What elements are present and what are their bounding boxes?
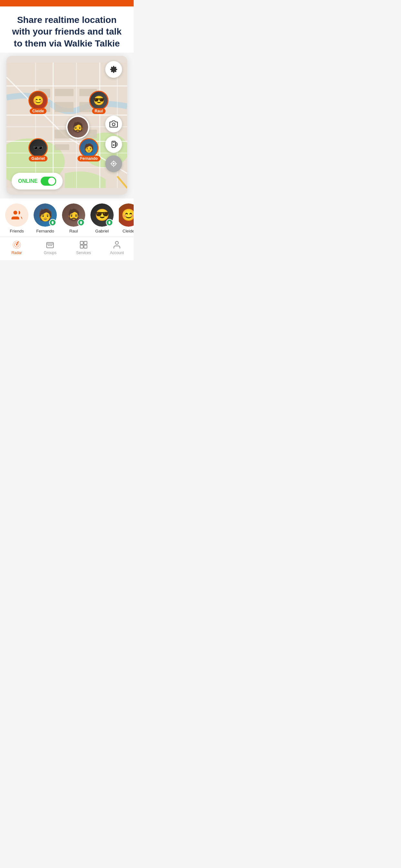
svg-rect-47 [84,245,87,248]
friends-icon-bg [5,204,28,227]
bottom-nav: Radar Groups Services [0,237,134,260]
groups-icon [45,240,55,249]
svg-point-48 [116,242,119,244]
svg-marker-34 [51,221,54,224]
nav-item-groups[interactable]: Groups [34,240,67,255]
walkie-talkie-button[interactable] [105,136,122,153]
friend-avatar-wrap-fernando: 🧑 [34,204,57,227]
camera-icon [110,120,118,128]
account-nav-label: Account [110,251,124,255]
radar-icon [12,240,21,249]
avatar-label-raul: Raul [92,108,105,114]
svg-marker-35 [80,221,83,224]
friends-scroll: Friends 🧑 Fernando 🧔 [0,204,134,234]
map-container: 😊 Cleide 😎 Raul 🧔 🕶️ Gabriel 🧑 Fernando [6,56,127,195]
friends-icon-wrap [5,204,28,227]
groups-nav-icon [45,240,55,249]
svg-point-33 [13,211,18,215]
services-nav-icon [79,240,88,249]
svg-point-30 [113,144,114,146]
friends-group-icon [11,209,23,221]
svg-rect-20 [55,102,73,113]
svg-point-43 [51,245,52,246]
svg-rect-45 [84,242,87,244]
svg-rect-24 [55,144,69,150]
location-arrow-icon-gabriel [107,221,112,224]
avatar-label-gabriel: Gabriel [29,156,47,161]
camera-button[interactable] [105,116,122,132]
friends-all-button[interactable]: Friends [5,204,28,234]
account-icon [112,240,121,249]
services-icon [79,240,88,249]
svg-point-27 [112,123,115,126]
online-badge: ONLINE [11,173,63,190]
location-arrow-icon-raul [79,221,83,224]
nav-item-services[interactable]: Services [67,240,100,255]
friend-avatar-cleide: 😊 [119,204,134,227]
friends-label: Friends [10,228,24,234]
friend-name-gabriel: Gabriel [95,228,109,234]
radar-nav-icon [12,240,21,249]
svg-rect-46 [80,245,83,248]
settings-button[interactable] [105,61,122,78]
friend-name-fernando: Fernando [36,228,54,234]
friend-name-raul: Raul [69,228,78,234]
hero-title: Share realtime location with your friend… [10,14,124,50]
map-avatar-center[interactable]: 🧔 [66,116,89,139]
svg-rect-17 [55,89,73,96]
svg-point-41 [48,245,50,246]
location-badge-raul [78,219,85,226]
avatar-label-cleide: Cleide [30,108,47,114]
friend-item-raul[interactable]: 🧔 Raul [62,204,85,234]
svg-rect-44 [80,242,83,244]
location-badge-gabriel [106,219,113,226]
account-nav-icon [112,240,121,249]
location-icon [110,160,117,167]
friend-avatar-wrap-gabriel: 😎 [90,204,114,227]
svg-point-31 [113,163,115,165]
avatar-label-fernando: Fernando [78,156,100,161]
friend-avatar-wrap-cleide: 😊 [119,204,134,227]
map-avatar-cleide[interactable]: 😊 Cleide [28,91,48,114]
location-arrow-icon [51,221,55,224]
location-badge-fernando [49,219,56,226]
map-avatar-fernando[interactable]: 🧑 Fernando [78,138,100,161]
status-bar [0,0,134,6]
svg-marker-36 [108,221,111,224]
nav-item-radar[interactable]: Radar [0,240,34,255]
groups-nav-label: Groups [44,251,57,255]
svg-point-42 [50,245,51,246]
friends-section: Friends 🧑 Fernando 🧔 [0,198,134,237]
services-nav-label: Services [76,251,91,255]
nav-item-account[interactable]: Account [100,240,134,255]
map-avatar-raul[interactable]: 😎 Raul [89,91,109,114]
map-avatar-gabriel[interactable]: 🕶️ Gabriel [28,138,48,161]
friend-item-cleide[interactable]: 😊 Cleide [119,204,134,234]
gear-icon [110,66,118,73]
friend-item-gabriel[interactable]: 😎 Gabriel [90,204,114,234]
toggle-knob [48,178,55,185]
online-toggle[interactable] [41,177,56,186]
radar-nav-label: Radar [11,251,22,255]
friend-avatar-wrap-raul: 🧔 [62,204,85,227]
friend-name-cleide: Cleide [123,228,134,234]
hero-section: Share realtime location with your friend… [0,6,134,53]
friend-item-fernando[interactable]: 🧑 Fernando [34,204,57,234]
walkie-talkie-icon [110,140,118,149]
online-text: ONLINE [18,178,37,184]
my-location-button[interactable] [105,155,122,172]
